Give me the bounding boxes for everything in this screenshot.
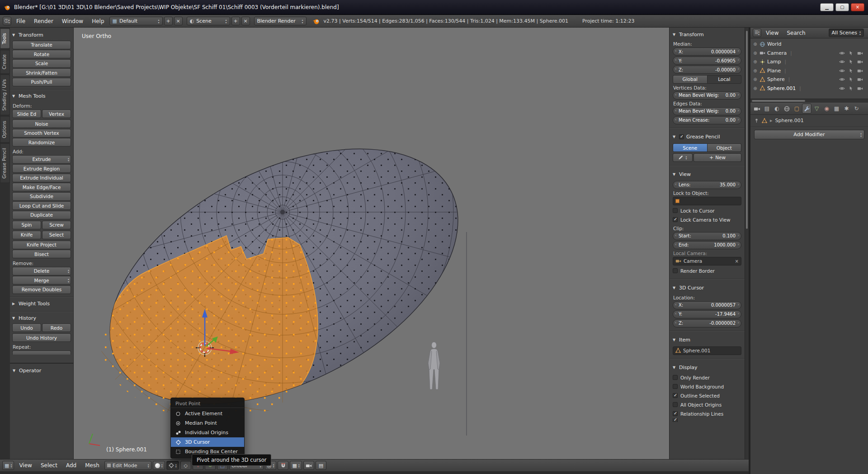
loop-cut-slide-button[interactable]: Loop Cut and Slide: [12, 201, 71, 210]
maximize-button[interactable]: ▢: [835, 3, 849, 11]
tab-physics[interactable]: ↻: [852, 104, 861, 114]
local-button[interactable]: Local: [708, 75, 742, 84]
edge-bevel-weight-field[interactable]: Mean Bevel Weig:0.00: [673, 107, 741, 115]
expand-icon[interactable]: ⊕: [753, 77, 758, 82]
mean-crease-field[interactable]: Mean Crease:0.00: [673, 116, 741, 124]
knife-select-button[interactable]: Select: [42, 231, 71, 239]
visibility-eye-icon[interactable]: [839, 86, 845, 91]
world-background-checkbox[interactable]: [673, 384, 678, 389]
visibility-eye-icon[interactable]: [839, 68, 845, 73]
add-layout-button[interactable]: +: [164, 17, 173, 25]
pivot-align-toggle[interactable]: ◇: [180, 461, 191, 470]
selectability-pointer-icon[interactable]: [848, 77, 854, 82]
clear-icon[interactable]: ×: [735, 259, 739, 264]
tab-tools[interactable]: Tools: [0, 28, 10, 49]
outliner-item-world[interactable]: ⊕World: [750, 40, 868, 49]
renderability-camera-icon[interactable]: [857, 86, 863, 91]
selectability-pointer-icon[interactable]: [848, 59, 854, 64]
tab-object-data[interactable]: ▽: [812, 104, 821, 114]
delete-layout-button[interactable]: ×: [174, 17, 183, 25]
tab-object[interactable]: ▢: [792, 104, 802, 114]
lock-camera-row[interactable]: Lock Camera to View: [673, 215, 741, 224]
all-object-origins-checkbox[interactable]: [673, 402, 678, 407]
spin-button[interactable]: Spin: [12, 221, 41, 229]
renderability-camera-icon[interactable]: [857, 77, 863, 82]
panel-header-item[interactable]: ▼Item: [673, 335, 741, 346]
outliner-scope-selector[interactable]: All Scenes▴▾: [829, 28, 864, 37]
outliner-item-plane[interactable]: ⊕Plane|: [750, 66, 868, 76]
menu-outliner-search[interactable]: Search: [783, 28, 809, 38]
outliner-item-camera[interactable]: ⊕Camera|: [750, 49, 868, 58]
menu-mesh[interactable]: Mesh: [81, 460, 103, 471]
n-panel-scrollbar[interactable]: [745, 28, 749, 459]
menu-select[interactable]: Select: [37, 460, 61, 471]
snap-toggle[interactable]: [278, 461, 288, 470]
local-camera-field[interactable]: Camera×: [673, 257, 741, 265]
tab-render-layers[interactable]: ▤: [762, 104, 772, 114]
renderability-camera-icon[interactable]: [857, 68, 863, 73]
selectability-pointer-icon[interactable]: [848, 68, 854, 73]
menu-item-active-element[interactable]: Active Element: [171, 409, 244, 418]
menu-help[interactable]: Help: [88, 15, 108, 27]
clip-start-field[interactable]: Start:0.100: [673, 232, 741, 240]
restriction-toggles[interactable]: [839, 77, 866, 82]
panel-header-history[interactable]: ▼History: [12, 313, 71, 323]
noise-button[interactable]: Noise: [12, 119, 71, 128]
global-button[interactable]: Global: [673, 75, 708, 84]
knife-project-button[interactable]: Knife Project: [12, 241, 71, 249]
panel-header-view[interactable]: ▼View: [673, 169, 741, 180]
expand-icon[interactable]: ⊕: [753, 68, 758, 73]
visibility-eye-icon[interactable]: [839, 51, 845, 56]
extrude-region-button[interactable]: Extrude Region: [12, 164, 71, 173]
menu-item-median-point[interactable]: Median Point: [171, 418, 244, 428]
editor-type-selector-info[interactable]: ⓘ▴▾: [3, 17, 11, 25]
selectability-pointer-icon[interactable]: [848, 86, 854, 91]
menu-add[interactable]: Add: [62, 460, 80, 471]
lock-to-cursor-checkbox[interactable]: [673, 208, 678, 213]
lock-camera-checkbox[interactable]: [673, 217, 678, 222]
add-modifier-button[interactable]: Add Modifier▴▾: [754, 130, 864, 139]
make-edge-face-button[interactable]: Make Edge/Face: [12, 183, 71, 191]
expand-icon[interactable]: ⊕: [753, 86, 758, 91]
undo-button[interactable]: Undo: [12, 323, 41, 332]
extrude-button[interactable]: Extrude▴▾: [12, 155, 71, 164]
opengl-render-button[interactable]: [303, 461, 314, 470]
panel-header-grease-pencil[interactable]: ▼Grease Pencil: [673, 132, 741, 142]
window-titlebar[interactable]: Blender* [G:\01 3D\01 3D\10 Blender\Save…: [0, 0, 868, 15]
slide-edge-button[interactable]: Slide Ed: [12, 109, 41, 118]
3d-viewport[interactable]: User Ortho (1) Sphere.001: [74, 28, 669, 459]
only-render-checkbox[interactable]: [673, 375, 678, 380]
median-y-field[interactable]: Y:-0.60905: [673, 57, 741, 65]
grease-new-layer-button[interactable]: +New: [693, 153, 741, 162]
item-name-field[interactable]: Sphere.001: [673, 346, 741, 355]
delete-button[interactable]: Delete▴▾: [12, 267, 71, 275]
lock-object-field[interactable]: [673, 197, 741, 205]
extrude-individual-button[interactable]: Extrude Individual: [12, 174, 71, 182]
bisect-button[interactable]: Bisect: [12, 250, 71, 258]
tab-options[interactable]: Options: [0, 116, 10, 143]
tab-world[interactable]: [782, 104, 792, 114]
subdivide-button[interactable]: Subdivide: [12, 192, 71, 201]
viewport-shading-selector[interactable]: ▴▾: [153, 461, 165, 470]
panel-header-weight-tools[interactable]: ▶Weight Tools: [12, 299, 71, 308]
scrollbar-thumb[interactable]: [745, 30, 748, 229]
randomize-button[interactable]: Randomize: [12, 138, 71, 147]
grease-pencil-checkbox[interactable]: [679, 134, 684, 139]
panel-header-transform[interactable]: ▼Transform: [673, 29, 741, 40]
tab-shading-uvs[interactable]: Shading / UVs: [0, 75, 10, 115]
pin-icon[interactable]: [754, 118, 759, 123]
render-border-checkbox[interactable]: [673, 268, 678, 273]
redo-button[interactable]: Redo: [42, 323, 71, 332]
pivot-point-selector[interactable]: ▴▾: [166, 461, 179, 470]
expand-icon[interactable]: ⊕: [753, 51, 758, 56]
editor-type-selector-3d[interactable]: ▦▴▾: [2, 461, 14, 470]
all-object-origins-row[interactable]: All Object Origins: [673, 400, 741, 409]
panel-header-mesh-tools[interactable]: ▼Mesh Tools: [12, 91, 71, 101]
restriction-toggles[interactable]: [839, 86, 866, 91]
clip-end-field[interactable]: End:1000.000: [673, 241, 741, 249]
merge-button[interactable]: Merge▴▾: [12, 276, 71, 284]
screen-layout-selector[interactable]: ▦Default▴▾: [109, 17, 163, 25]
outliner-h-scrollbar[interactable]: [750, 99, 868, 103]
remove-doubles-button[interactable]: Remove Doubles: [12, 285, 71, 294]
cursor-z-field[interactable]: Z:-0.0000002: [673, 319, 741, 327]
